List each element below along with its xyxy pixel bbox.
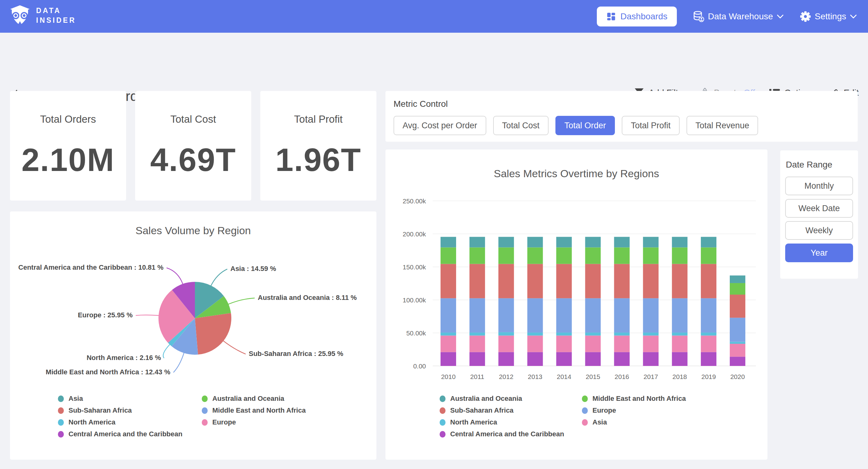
bar-segment-australia-and-oceania[interactable] — [701, 237, 716, 247]
bar-segment-europe[interactable] — [585, 298, 601, 332]
bar-segment-australia-and-oceania[interactable] — [556, 237, 572, 247]
bar-segment-australia-and-oceania[interactable] — [469, 237, 485, 247]
bar-segment-north-america[interactable] — [469, 332, 485, 336]
bar-segment-central-america-and-the-caribbean[interactable] — [469, 352, 485, 366]
bar-segment-middle-east-and-north-africa[interactable] — [498, 247, 514, 264]
metric-chip-total-order[interactable]: Total Order — [555, 116, 615, 135]
bar-segment-sub-saharan-africa[interactable] — [527, 264, 543, 298]
bar-segment-sub-saharan-africa[interactable] — [440, 264, 456, 298]
bar-segment-australia-and-oceania[interactable] — [614, 237, 629, 247]
pie-slice-sub-saharan-africa[interactable] — [195, 313, 231, 354]
bar-segment-north-america[interactable] — [701, 332, 716, 336]
bar-segment-europe[interactable] — [672, 298, 687, 332]
bar-segment-asia[interactable] — [672, 335, 687, 352]
bar-segment-europe[interactable] — [643, 298, 658, 332]
bar-segment-sub-saharan-africa[interactable] — [643, 264, 658, 298]
legend-dot — [202, 395, 208, 402]
bar-segment-australia-and-oceania[interactable] — [585, 237, 601, 247]
bar-segment-middle-east-and-north-africa[interactable] — [527, 247, 543, 264]
legend-label: Sub-Saharan Africa — [68, 406, 132, 414]
metric-chip-total-cost[interactable]: Total Cost — [493, 116, 549, 135]
bar-segment-north-america[interactable] — [585, 332, 601, 336]
metric-chip-avg-cost-per-order[interactable]: Avg. Cost per Order — [394, 116, 486, 135]
bar-segment-asia[interactable] — [730, 344, 745, 357]
bar-segment-central-america-and-the-caribbean[interactable] — [672, 352, 687, 366]
bar-segment-middle-east-and-north-africa[interactable] — [556, 247, 572, 264]
legend-item: Sub-Saharan Africa — [58, 405, 182, 416]
bar-segment-asia[interactable] — [469, 335, 485, 352]
bar-segment-australia-and-oceania[interactable] — [440, 237, 456, 247]
bar-segment-asia[interactable] — [498, 335, 514, 352]
bar-segment-australia-and-oceania[interactable] — [527, 237, 543, 247]
bar-segment-sub-saharan-africa[interactable] — [614, 264, 629, 298]
bar-segment-sub-saharan-africa[interactable] — [498, 264, 514, 298]
nav-item-data-warehouse[interactable]: Data Warehouse — [693, 10, 784, 23]
bar-segment-asia[interactable] — [556, 335, 572, 352]
bar-segment-middle-east-and-north-africa[interactable] — [585, 247, 601, 264]
bar-segment-europe[interactable] — [556, 298, 572, 332]
bar-segment-australia-and-oceania[interactable] — [730, 275, 745, 283]
bar-segment-australia-and-oceania[interactable] — [643, 237, 658, 247]
bar-segment-central-america-and-the-caribbean[interactable] — [585, 352, 601, 366]
nav-item-settings[interactable]: Settings — [800, 11, 857, 22]
nav-item-dashboards[interactable]: Dashboards — [597, 6, 677, 27]
dashboard-icon — [606, 11, 616, 22]
bar-segment-middle-east-and-north-africa[interactable] — [440, 247, 456, 264]
bar-segment-sub-saharan-africa[interactable] — [701, 264, 716, 298]
bar-segment-sub-saharan-africa[interactable] — [556, 264, 572, 298]
metric-chip-total-profit[interactable]: Total Profit — [622, 116, 680, 135]
bar-segment-sub-saharan-africa[interactable] — [469, 264, 485, 298]
bar-segment-europe[interactable] — [527, 298, 543, 332]
bar-segment-middle-east-and-north-africa[interactable] — [730, 283, 745, 295]
bar-segment-central-america-and-the-caribbean[interactable] — [440, 352, 456, 366]
bar-segment-central-america-and-the-caribbean[interactable] — [701, 352, 716, 366]
bar-segment-central-america-and-the-caribbean[interactable] — [643, 352, 658, 366]
bar-segment-north-america[interactable] — [614, 332, 629, 336]
bar-segment-north-america[interactable] — [556, 332, 572, 336]
pie-label-leader-line — [166, 268, 183, 285]
date-range-button-weekly[interactable]: Weekly — [785, 221, 853, 240]
bar-segment-middle-east-and-north-africa[interactable] — [643, 247, 658, 264]
bar-segment-europe[interactable] — [498, 298, 514, 332]
bar-segment-central-america-and-the-caribbean[interactable] — [498, 352, 514, 366]
bar-segment-sub-saharan-africa[interactable] — [672, 264, 687, 298]
pie-label-leader-line — [174, 353, 184, 373]
metric-chip-total-revenue[interactable]: Total Revenue — [686, 116, 758, 135]
bar-segment-europe[interactable] — [469, 298, 485, 332]
bar-segment-asia[interactable] — [585, 335, 601, 352]
bar-segment-europe[interactable] — [614, 298, 629, 332]
bar-segment-australia-and-oceania[interactable] — [672, 237, 687, 247]
bar-segment-asia[interactable] — [614, 335, 629, 352]
date-range-button-week-date[interactable]: Week Date — [785, 199, 853, 218]
bar-segment-north-america[interactable] — [643, 332, 658, 336]
bar-segment-central-america-and-the-caribbean[interactable] — [614, 352, 629, 366]
bar-segment-asia[interactable] — [701, 335, 716, 352]
bar-segment-middle-east-and-north-africa[interactable] — [469, 247, 485, 264]
date-range-button-year[interactable]: Year — [785, 243, 853, 262]
bar-segment-middle-east-and-north-africa[interactable] — [701, 247, 716, 264]
bar-segment-central-america-and-the-caribbean[interactable] — [556, 352, 572, 366]
bar-segment-europe[interactable] — [730, 318, 745, 342]
pie-slice-label: Middle East and North Africa : 12.43 % — [46, 368, 170, 376]
bar-segment-north-america[interactable] — [440, 332, 456, 336]
bar-segment-north-america[interactable] — [527, 332, 543, 336]
bar-segment-central-america-and-the-caribbean[interactable] — [730, 357, 745, 366]
bar-segment-asia[interactable] — [440, 335, 456, 352]
bar-segment-north-america[interactable] — [730, 342, 745, 344]
x-axis-tick-label: 2014 — [557, 373, 571, 380]
bar-segment-middle-east-and-north-africa[interactable] — [672, 247, 687, 264]
bar-segment-north-america[interactable] — [672, 332, 687, 336]
bar-segment-central-america-and-the-caribbean[interactable] — [527, 352, 543, 366]
bar-segment-australia-and-oceania[interactable] — [498, 237, 514, 247]
bar-segment-north-america[interactable] — [498, 332, 514, 336]
bar-segment-sub-saharan-africa[interactable] — [585, 264, 601, 298]
bar-segment-europe[interactable] — [701, 298, 716, 332]
bar-segment-middle-east-and-north-africa[interactable] — [614, 247, 629, 264]
bar-segment-europe[interactable] — [440, 298, 456, 332]
bar-segment-asia[interactable] — [643, 335, 658, 352]
bar-segment-asia[interactable] — [527, 335, 543, 352]
x-axis-tick-label: 2019 — [702, 373, 716, 380]
bar-segment-sub-saharan-africa[interactable] — [730, 295, 745, 318]
date-range-button-monthly[interactable]: Monthly — [785, 177, 853, 195]
legend-item: Middle East and North Africa — [202, 405, 306, 416]
